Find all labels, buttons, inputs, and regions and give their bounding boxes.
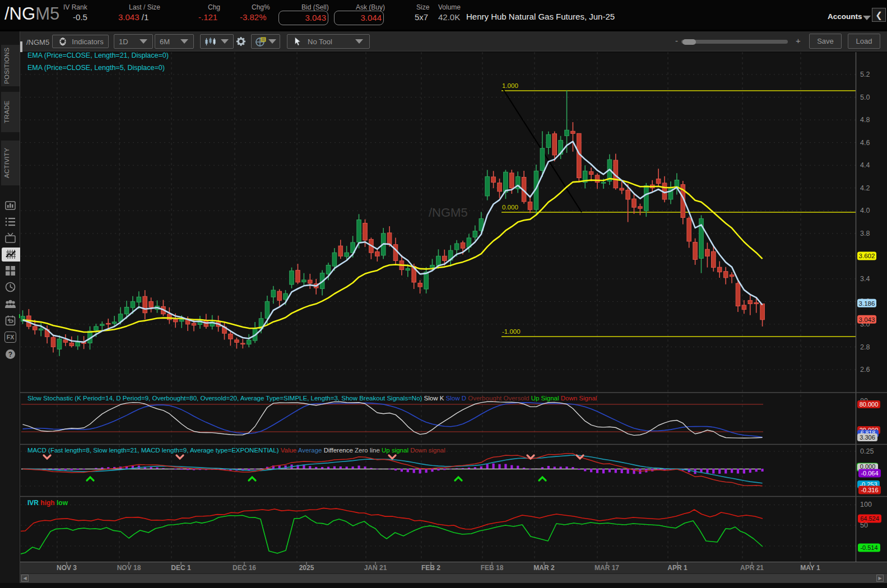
svg-text:/NGM5: /NGM5 xyxy=(429,206,468,220)
svg-text:EMA (Price=CLOSE, Length=21, D: EMA (Price=CLOSE, Length=21, Displace=0) xyxy=(27,52,169,59)
svg-text:3.306: 3.306 xyxy=(860,434,875,441)
svg-text:3.602: 3.602 xyxy=(859,253,875,259)
svg-text:3.186: 3.186 xyxy=(859,300,875,307)
svg-text:3.4: 3.4 xyxy=(860,275,870,283)
svg-text:IVR high low: IVR high low xyxy=(27,499,68,507)
svg-text:-0.316: -0.316 xyxy=(861,487,878,493)
svg-text:1.000: 1.000 xyxy=(502,82,518,89)
svg-text:MACD (Fast length=8, Slow leng: MACD (Fast length=8, Slow length=21, MAC… xyxy=(27,447,445,454)
svg-text:0.25: 0.25 xyxy=(860,447,874,455)
svg-text:2.8: 2.8 xyxy=(860,343,870,351)
svg-text:-0.514: -0.514 xyxy=(860,544,877,551)
svg-text:0.000: 0.000 xyxy=(502,204,518,211)
svg-text:80.000: 80.000 xyxy=(860,401,879,408)
svg-text:4.2: 4.2 xyxy=(860,184,870,192)
svg-text:EMA (Price=CLOSE, Length=5, Di: EMA (Price=CLOSE, Length=5, Displace=0) xyxy=(27,64,165,72)
svg-text:3.8: 3.8 xyxy=(860,230,870,237)
svg-text:Slow Stochastic (K Period=14,: Slow Stochastic (K Period=14, D Period=9… xyxy=(27,395,597,402)
svg-text:-1.000: -1.000 xyxy=(502,328,521,335)
svg-text:4.4: 4.4 xyxy=(860,161,870,169)
svg-text:3.043: 3.043 xyxy=(859,316,875,323)
svg-text:2.6: 2.6 xyxy=(860,366,870,374)
svg-text:4.8: 4.8 xyxy=(860,116,870,124)
svg-text:100: 100 xyxy=(860,501,872,508)
svg-text:64.524: 64.524 xyxy=(860,515,879,522)
svg-text:5.2: 5.2 xyxy=(860,71,870,78)
svg-text:4.6: 4.6 xyxy=(860,139,870,147)
svg-text:5.0: 5.0 xyxy=(860,94,870,101)
svg-text:-0.064: -0.064 xyxy=(861,470,878,477)
svg-text:4.0: 4.0 xyxy=(860,207,870,214)
